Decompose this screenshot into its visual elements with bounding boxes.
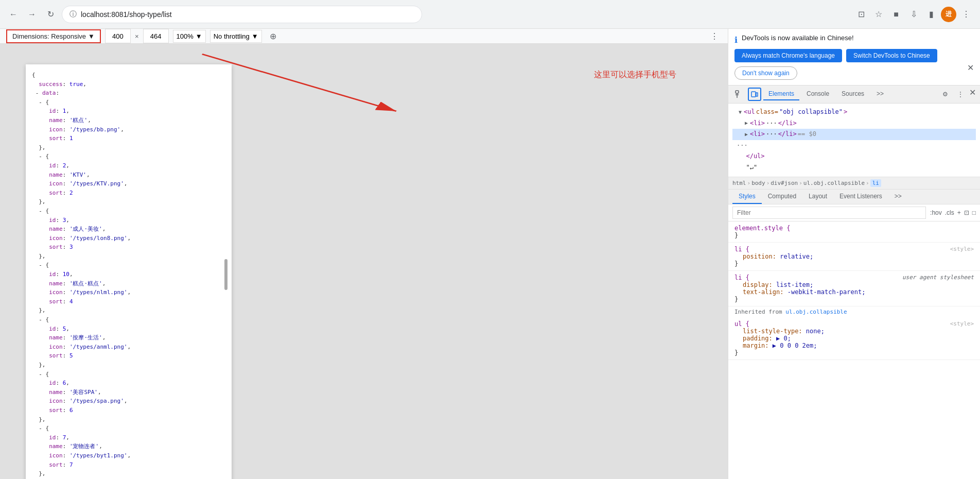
dont-show-again-button[interactable]: Don't show again <box>734 66 797 80</box>
json-line: }, <box>32 306 225 315</box>
profile-avatar[interactable]: 进 <box>941 7 956 22</box>
breadcrumb-divjson[interactable]: div#json <box>771 180 798 186</box>
tab-event-listeners[interactable]: Event Listeners <box>833 190 888 204</box>
css-prop: list-style-type: <box>743 328 802 335</box>
notification-buttons: Always match Chrome's language Switch De… <box>734 49 974 80</box>
tab-styles-more[interactable]: >> <box>888 190 908 204</box>
back-button[interactable]: ← <box>6 7 21 22</box>
json-line: - { <box>32 315 225 324</box>
split-button[interactable]: ▮ <box>923 7 939 22</box>
tree-line-three-dots: ··· <box>732 140 976 151</box>
breadcrumb-li[interactable]: li <box>870 179 881 187</box>
json-line: sort: 6 <box>32 406 225 415</box>
json-line: icon: '/types/KTV.png', <box>32 179 225 189</box>
menu-button[interactable]: ⋮ <box>958 7 974 22</box>
throttle-selector[interactable]: No throttling ▼ <box>210 30 262 43</box>
css-rule-li-position: li { <style> position: relative; } <box>728 243 980 271</box>
height-input[interactable] <box>143 29 169 43</box>
html-val: "obj collapsible" <box>779 107 843 118</box>
devtools-panel: ℹ DevTools is now available in Chinese! … <box>728 29 980 479</box>
settings-icon[interactable]: ⚙ <box>938 88 952 101</box>
sidebar-icon[interactable]: □ <box>972 209 976 216</box>
css-selector: ul { <box>734 320 749 328</box>
devtools-close-icon[interactable]: ✕ <box>969 88 976 101</box>
address-bar[interactable]: ⓘ localhost:8081/shop-type/list <box>62 6 422 23</box>
url-text: localhost:8081/shop-type/list <box>81 10 172 19</box>
html-tag: </li> <box>778 129 797 140</box>
json-line: icon: '/types/byt1.png', <box>32 451 225 460</box>
json-line: - { <box>32 424 225 433</box>
tab-console[interactable]: Console <box>801 88 834 100</box>
translate-button[interactable]: ⊡ <box>853 7 869 22</box>
json-line: }, <box>32 361 225 370</box>
html-tag: <ul <box>744 107 755 118</box>
zoom-selector[interactable]: 100% ▼ <box>173 30 206 43</box>
json-line: - { <box>32 370 225 379</box>
switch-to-chinese-button[interactable]: Switch DevTools to Chinese <box>846 49 937 62</box>
json-line: sort: 2 <box>32 189 225 198</box>
breadcrumb-html[interactable]: html <box>732 180 746 186</box>
json-line: - { <box>32 207 225 216</box>
json-line: id: 5, <box>32 324 225 334</box>
json-line: name: '宠物连者', <box>32 442 225 451</box>
more-options-icon[interactable]: ⋮ <box>954 88 967 101</box>
css-val: none; <box>806 328 825 335</box>
download-button[interactable]: ⇩ <box>906 7 921 22</box>
css-source: <style> <box>950 246 974 252</box>
tree-toggle-icon[interactable]: ▼ <box>739 108 742 117</box>
device-selector[interactable]: Dimensions: Responsive ▼ <box>6 29 101 43</box>
tab-styles[interactable]: Styles <box>732 190 762 204</box>
toggle-layout-icon[interactable]: ⊡ <box>964 209 969 216</box>
tab-elements[interactable]: Elements <box>763 88 799 100</box>
json-line: name: '糕点·糕点', <box>32 279 225 288</box>
tab-more[interactable]: >> <box>871 88 889 100</box>
css-source: <style> <box>950 320 974 327</box>
breadcrumb-body[interactable]: body <box>751 180 765 186</box>
css-rule-li-useragent: li { user agent stylesheet display: list… <box>728 271 980 306</box>
dollar-sign: == $0 <box>798 129 816 140</box>
tree-toggle-icon[interactable]: ▶ <box>745 118 748 128</box>
reload-button[interactable]: ↻ <box>43 7 58 22</box>
more-options-icon[interactable]: ⋮ <box>707 29 722 43</box>
css-prop: margin: <box>743 342 769 349</box>
notification-close-button[interactable]: ✕ <box>967 63 974 73</box>
css-rule-element-style: element.style { } <box>728 221 980 243</box>
json-line: }, <box>32 197 225 207</box>
json-line: }, <box>32 469 225 478</box>
device-toolbar-toggle-icon[interactable] <box>748 88 761 101</box>
extension-button[interactable]: ■ <box>888 7 904 22</box>
rotate-icon[interactable]: ⊕ <box>266 29 281 43</box>
json-line: name: '按摩·生活', <box>32 333 225 343</box>
dropdown-arrow: ▼ <box>88 32 95 40</box>
tab-layout[interactable]: Layout <box>802 190 833 204</box>
browser-chrome: ← → ↻ ⓘ localhost:8081/shop-type/list ⊡ … <box>0 0 980 29</box>
viewport-content: { success: true, - data: - { id: 1, name… <box>0 44 728 479</box>
devtools-notification: ℹ DevTools is now available in Chinese! <box>734 34 974 45</box>
html-tag: </ul> <box>739 151 765 162</box>
hov-button[interactable]: :hov <box>930 209 942 216</box>
inspect-element-icon[interactable] <box>732 88 746 101</box>
tab-sources[interactable]: Sources <box>836 88 869 100</box>
filter-input[interactable] <box>732 207 926 219</box>
match-language-button[interactable]: Always match Chrome's language <box>734 49 842 62</box>
tree-line-li2[interactable]: ▶ <li> ··· </li> == $0 <box>732 129 976 140</box>
tree-toggle-icon[interactable]: ▶ <box>745 130 748 139</box>
forward-button[interactable]: → <box>25 7 39 22</box>
tab-computed[interactable]: Computed <box>762 190 802 204</box>
cls-button[interactable]: .cls <box>945 209 954 216</box>
tree-line-newline: "↵" <box>732 162 976 174</box>
json-line: }, <box>32 252 225 261</box>
json-line: sort: 5 <box>32 351 225 361</box>
html-tag: <li> <box>750 129 765 140</box>
width-input[interactable] <box>105 29 131 43</box>
inherited-from-link[interactable]: ul.obj.collapsible <box>785 309 847 315</box>
json-line: icon: '/types/bb.png', <box>32 125 225 134</box>
html-tag: </li> <box>778 118 797 129</box>
info-icon: ℹ <box>734 35 738 45</box>
css-prop: position: <box>743 253 776 260</box>
add-style-button[interactable]: + <box>957 209 961 216</box>
css-val: list-item; <box>776 281 813 288</box>
bookmark-button[interactable]: ☆ <box>871 7 886 22</box>
json-line: - { <box>32 152 225 161</box>
breadcrumb-ulobj[interactable]: ul.obj.collapsible <box>803 180 865 186</box>
